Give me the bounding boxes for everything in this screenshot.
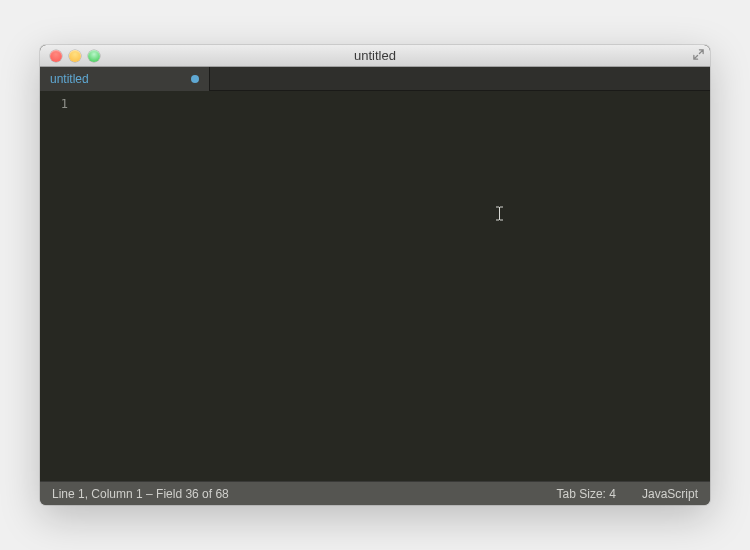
fullscreen-icon[interactable] (691, 48, 706, 63)
editor-window: untitled untitled 1 Line 1, Column 1 – F… (40, 45, 710, 505)
minimize-icon[interactable] (69, 50, 81, 62)
tab-label: untitled (50, 72, 191, 86)
syntax-selector[interactable]: JavaScript (642, 487, 698, 501)
editor-area[interactable]: 1 (40, 91, 710, 481)
tab-size-selector[interactable]: Tab Size: 4 (557, 487, 616, 501)
tab-untitled[interactable]: untitled (40, 67, 210, 91)
tabbar: untitled (40, 67, 710, 91)
gutter: 1 (40, 91, 76, 481)
traffic-lights (40, 50, 100, 62)
zoom-icon[interactable] (88, 50, 100, 62)
close-icon[interactable] (50, 50, 62, 62)
statusbar: Line 1, Column 1 – Field 36 of 68 Tab Si… (40, 481, 710, 505)
line-number: 1 (40, 95, 68, 113)
titlebar: untitled (40, 45, 710, 67)
window-title: untitled (40, 48, 710, 63)
text-cursor-icon (496, 206, 503, 221)
text-area[interactable] (76, 91, 710, 481)
cursor-position[interactable]: Line 1, Column 1 – Field 36 of 68 (52, 487, 531, 501)
dirty-indicator-icon (191, 75, 199, 83)
